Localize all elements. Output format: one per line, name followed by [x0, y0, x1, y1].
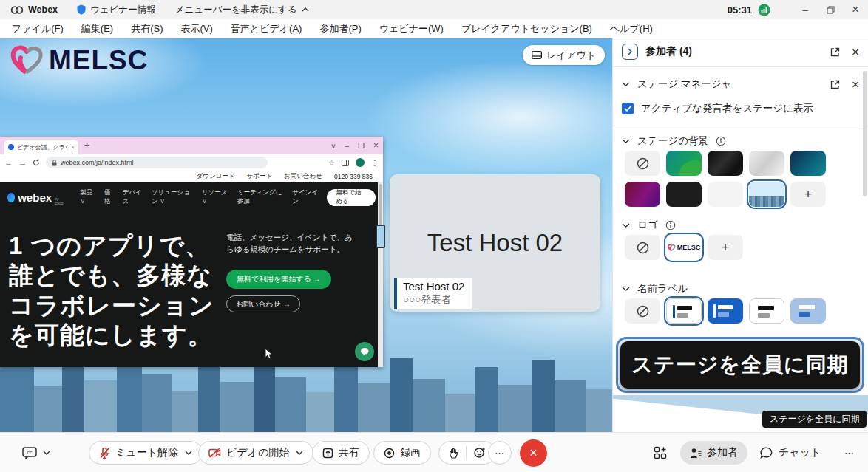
site-contact-button[interactable]: お問い合わせ →	[226, 295, 300, 312]
start-video-button[interactable]: ビデオの開始	[198, 441, 313, 465]
background-add-button[interactable]: +	[790, 182, 826, 207]
background-info-icon[interactable]	[716, 136, 726, 146]
site-join-link[interactable]: ミーティングに参加	[237, 188, 284, 206]
hide-menubar-button[interactable]: メニューバーを非表示にする	[175, 4, 309, 16]
background-none-thumb[interactable]	[625, 151, 660, 176]
menu-breakout[interactable]: ブレイクアウトセッション(B)	[461, 22, 592, 35]
site-signin-link[interactable]: サインイン	[292, 188, 318, 206]
name-label-chevron-icon[interactable]	[622, 287, 630, 291]
video-tile[interactable]: Test Host 02 Test Host 02 ○○○発表者	[390, 174, 600, 312]
minimize-icon[interactable]: –	[793, 0, 818, 19]
url-bar[interactable]: webex.com/ja/index.html	[46, 157, 268, 168]
browser-menu-dots-icon[interactable]: ⋮	[371, 159, 379, 167]
site-chat-widget-icon[interactable]	[355, 342, 374, 361]
site-nav-devices[interactable]: デバイス	[123, 188, 143, 206]
webinar-info-button[interactable]: ウェビナー情報	[77, 4, 156, 16]
webex-site-logo[interactable]: webex by cisco	[7, 190, 65, 205]
logo-add-button[interactable]: +	[708, 235, 743, 260]
menu-webinar[interactable]: ウェビナー(W)	[379, 22, 444, 35]
menu-help[interactable]: ヘルプ(H)	[610, 22, 653, 35]
unmute-button[interactable]: ミュート解除	[89, 441, 203, 465]
star-icon[interactable]: ☆	[328, 159, 335, 167]
site-nav-resources[interactable]: リソース ∨	[202, 188, 228, 206]
logo-info-icon[interactable]	[665, 220, 676, 230]
background-thumb-purple[interactable]	[625, 182, 660, 207]
sidepanel-icon[interactable]	[342, 160, 349, 166]
active-speaker-checkbox[interactable]	[622, 103, 634, 114]
background-thumb-green[interactable]	[666, 151, 702, 176]
logo-chevron-icon[interactable]	[622, 223, 630, 228]
link-contact[interactable]: お問い合わせ	[284, 172, 322, 181]
tab-close-icon[interactable]: ×	[71, 144, 75, 151]
name-label-style-4[interactable]	[790, 298, 826, 324]
chat-button[interactable]: チャット	[760, 441, 821, 465]
site-primary-cta-button[interactable]: 無料で利用を開始する →	[226, 270, 331, 289]
browser-restore-icon[interactable]: ❐	[358, 142, 365, 150]
melsc-heart-icon	[10, 44, 44, 77]
browser-minimize-icon[interactable]: –	[345, 142, 349, 150]
popout-panel-icon[interactable]	[830, 47, 840, 57]
sync-stage-button[interactable]: ステージを全員に同期	[620, 341, 860, 389]
background-thumb-black[interactable]	[666, 182, 702, 207]
background-thumb-city-selected[interactable]	[749, 182, 784, 207]
menu-file[interactable]: ファイル(F)	[12, 22, 64, 35]
menu-share[interactable]: 共有(S)	[131, 22, 163, 35]
participants-button[interactable]: 参加者	[680, 441, 747, 465]
name-label-none-thumb[interactable]	[625, 298, 660, 324]
captions-chevron-icon[interactable]	[43, 451, 50, 455]
collapse-panel-button[interactable]	[622, 44, 638, 60]
shared-content-resize-handle[interactable]	[376, 225, 385, 248]
menu-view[interactable]: 表示(V)	[181, 22, 213, 35]
background-thumb-teal[interactable]	[790, 151, 826, 176]
background-thumb-white[interactable]	[708, 182, 743, 207]
panel-scrollbar[interactable]	[863, 71, 867, 196]
video-chevron-icon[interactable]	[296, 451, 303, 455]
menu-participants[interactable]: 参加者(P)	[319, 22, 361, 35]
name-label-style-1-selected[interactable]	[666, 298, 702, 324]
site-nav-solutions[interactable]: ソリューション ∨	[152, 188, 194, 206]
name-label-style-3[interactable]	[749, 298, 784, 324]
record-button[interactable]: 録画	[373, 441, 431, 465]
site-nav-products[interactable]: 製品 ∨	[80, 188, 96, 206]
browser-scrollbar[interactable]	[378, 182, 383, 367]
leave-meeting-button[interactable]: ×	[520, 439, 547, 467]
more-options-button[interactable]: ⋯	[488, 441, 512, 465]
connection-quality-icon[interactable]	[758, 4, 770, 16]
reload-icon[interactable]	[33, 159, 40, 166]
raise-hand-icon[interactable]	[449, 448, 458, 459]
apps-button[interactable]	[654, 441, 667, 465]
background-chevron-icon[interactable]	[622, 139, 630, 143]
close-icon[interactable]: ×	[843, 0, 868, 19]
overflow-menu-button[interactable]: ⋯	[844, 441, 854, 465]
forward-icon[interactable]: →	[18, 158, 27, 167]
layout-button[interactable]: レイアウト	[523, 45, 605, 65]
link-support[interactable]: サポート	[247, 172, 273, 181]
close-stage-manager-icon[interactable]: ×	[852, 78, 859, 91]
browser-menu-chevron-icon[interactable]: ∨	[330, 142, 336, 150]
close-panel-icon[interactable]: ×	[852, 46, 859, 58]
background-thumb-light-gray[interactable]	[749, 151, 784, 176]
share-button[interactable]: 共有	[312, 441, 370, 465]
browser-tab[interactable]: ビデオ会議、クラウド電話、画面共有 ×	[4, 140, 78, 154]
logo-thumb-melsc-selected[interactable]: MELSC	[666, 235, 702, 260]
browser-close-icon[interactable]: ×	[373, 140, 379, 151]
closed-captions-button[interactable]: cc	[22, 441, 50, 465]
new-tab-icon[interactable]: +	[84, 140, 89, 151]
more-dots-icon: ⋯	[844, 448, 854, 459]
profile-avatar[interactable]	[356, 158, 365, 167]
menu-audio-video[interactable]: 音声とビデオ(A)	[231, 22, 302, 35]
link-download[interactable]: ダウンロード	[197, 172, 235, 181]
logo-none-thumb[interactable]	[625, 235, 660, 260]
reactions-smiley-icon[interactable]	[474, 447, 486, 459]
site-start-free-button[interactable]: 無料で始める	[327, 189, 376, 206]
site-nav-pricing[interactable]: 価格	[104, 188, 115, 206]
unmute-chevron-icon[interactable]	[185, 451, 192, 455]
restore-icon[interactable]	[818, 0, 843, 19]
popout-stage-manager-icon[interactable]	[830, 80, 840, 89]
back-icon[interactable]: ←	[4, 158, 13, 167]
menu-edit[interactable]: 編集(E)	[81, 22, 113, 35]
background-thumb-dark-wave[interactable]	[708, 151, 743, 176]
name-label-style-2[interactable]	[708, 298, 743, 324]
stage-manager-chevron-icon[interactable]	[622, 82, 630, 86]
site-nav: 製品 ∨ 価格 デバイス ソリューション ∨ リソース ∨	[80, 188, 228, 206]
